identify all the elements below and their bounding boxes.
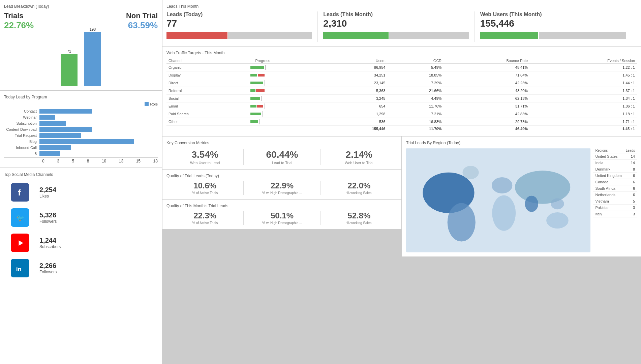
td-bounce: 48.41%	[444, 64, 530, 71]
leads-progress	[166, 32, 312, 39]
th-events: Events / Session	[530, 58, 637, 64]
social-stats-youtube: 1,244 Subscribers	[39, 237, 61, 249]
trial-pct: 22.76%	[4, 20, 34, 31]
conv-value: 2.14%	[321, 149, 397, 160]
social-row-facebook: f 2,254 Likes	[4, 180, 158, 205]
social-count: 1,244	[39, 237, 61, 244]
q-value: 50.1%	[244, 211, 320, 220]
td-events: 1.45 : 1	[530, 71, 637, 79]
quality-today-title: Quality of Trial Leads (Today)	[166, 174, 397, 178]
th-bounce: Bounce Rate	[444, 58, 530, 64]
td-region-leads: 3	[624, 211, 637, 217]
td-total-gcr: 11.70%	[387, 126, 444, 132]
td-region: Denmark	[593, 166, 623, 173]
quality-month-metric-2: 52.8% % working Sales	[320, 211, 397, 225]
bar-nontrial-fill	[84, 32, 101, 86]
conv-value: 3.54%	[166, 149, 243, 160]
td-gcr: 7.21%	[387, 110, 444, 118]
td-progress	[248, 110, 328, 118]
leads-value: 155,446	[480, 18, 626, 29]
th-leads: Leads	[624, 148, 637, 153]
social-count: 2,266	[39, 262, 57, 270]
td-users: 5,363	[328, 87, 387, 95]
hbar-name: Trial Request	[4, 133, 39, 138]
td-channel: Display	[166, 71, 248, 79]
td-progress	[248, 118, 328, 126]
table-row: Referral 5,363 21.66% 43.20% 1.37 : 1	[166, 87, 637, 95]
social-desc: Followers	[39, 270, 57, 274]
td-region: Canada	[593, 179, 623, 185]
social-stats-linkedin: 2,266 Followers	[39, 262, 57, 274]
leads-label: Leads (This Month)	[323, 11, 469, 18]
td-gcr: 7.29%	[387, 79, 444, 87]
td-region-leads: 14	[624, 160, 637, 166]
svg-point-13	[492, 195, 516, 231]
svg-text:🐦: 🐦	[16, 214, 25, 222]
legend-label-role: Role	[150, 102, 158, 106]
x3: 3	[57, 159, 59, 163]
svg-point-11	[448, 203, 476, 242]
hbar-fill	[39, 115, 55, 120]
quality-today-grid: 10.6% % of Active Trials 22.9% % w. High…	[166, 181, 397, 195]
non-trial-label: Non Trial	[126, 11, 158, 20]
social-desc: Likes	[39, 194, 56, 199]
table-row: Pakistan 3	[593, 205, 637, 211]
key-conversion-title: Key Conversion Metrics	[166, 141, 397, 145]
x5: 5	[72, 159, 74, 163]
hbar-row: Blog	[4, 139, 158, 144]
td-channel: Direct	[166, 79, 248, 87]
th-channel: Channel	[166, 58, 248, 64]
hbar-fill	[39, 121, 66, 126]
conv-label: Lead to Trial	[244, 161, 320, 165]
td-region: United States	[593, 153, 623, 160]
social-stats-twitter: 5,326 Followers	[39, 211, 57, 224]
td-region-leads: 6	[624, 185, 637, 192]
social-stats-facebook: 2,254 Likes	[39, 186, 56, 199]
td-bounce: 29.78%	[444, 118, 530, 126]
svg-text:f: f	[18, 188, 21, 197]
td-progress	[248, 95, 328, 102]
table-row: Netherlands 6	[593, 192, 637, 198]
td-region-leads: 6	[624, 173, 637, 179]
td-total-label	[166, 126, 248, 132]
bar-trials-fill	[61, 54, 78, 86]
trial-region-panel: Trial Leads By Region (Today)	[402, 136, 641, 256]
table-row: South Africa 6	[593, 185, 637, 192]
conv-label: Web User to Trial	[321, 161, 397, 165]
quality-today-metric-2: 22.0% % working Sales	[320, 181, 397, 195]
region-tbody: United States 14 India 14 Denmark 8 Unit…	[593, 153, 637, 217]
table-row: United States 14	[593, 153, 637, 160]
quality-month-metric-1: 50.1% % w. High Demographic ...	[243, 211, 320, 225]
quality-month-metric-0: 22.3% % of Active Trials	[166, 211, 243, 225]
q-value: 52.8%	[321, 211, 397, 220]
td-events: 1.22 : 1	[530, 64, 637, 71]
left-bottom: Key Conversion Metrics 3.54% Web User to…	[162, 136, 401, 256]
td-users: 34,251	[328, 71, 387, 79]
quality-month-title: Quality of This Month's Trial Leads	[166, 204, 397, 208]
td-region-leads: 3	[624, 205, 637, 211]
td-bounce: 43.20%	[444, 87, 530, 95]
hbar-track	[39, 109, 158, 114]
td-region: Italy	[593, 211, 623, 217]
social-count: 2,254	[39, 186, 56, 194]
hbar-row: 8	[4, 151, 158, 156]
svg-point-12	[492, 177, 512, 193]
lead-breakdown-panel: Lead Breakdown (Today) Trials 22.76% Non…	[0, 0, 162, 90]
td-region-leads: 6	[624, 179, 637, 185]
left-column: Lead Breakdown (Today) Trials 22.76% Non…	[0, 0, 162, 364]
q-label: % of Active Trials	[166, 221, 243, 225]
x-axis: 0 3 5 8 10 13 15 18	[4, 157, 158, 163]
bar-nontrial-label: 198	[90, 27, 96, 31]
web-traffic-table: Channel Progress Users GCR Bounce Rate E…	[166, 58, 637, 132]
leads-this-month-panel: Leads This Month Leads (Today) 77 Leads …	[162, 0, 641, 46]
quality-today-metric-0: 10.6% % of Active Trials	[166, 181, 243, 195]
social-media-panel: Top Social Media Channels f 2,254 Likes …	[0, 168, 162, 364]
conversion-metrics: 3.54% Web User to Lead 60.44% Lead to Tr…	[166, 149, 397, 165]
hbar-track	[39, 133, 158, 138]
table-row: Other 536 16.83% 29.78% 1.71 : 1	[166, 118, 637, 126]
x18: 18	[153, 159, 158, 163]
hbar-row: Contact	[4, 109, 158, 114]
social-desc: Followers	[39, 219, 57, 224]
right-column: Leads This Month Leads (Today) 77 Leads …	[162, 0, 641, 364]
table-row: Paid Search 1,298 7.21% 42.83% 1.18 : 1	[166, 110, 637, 118]
